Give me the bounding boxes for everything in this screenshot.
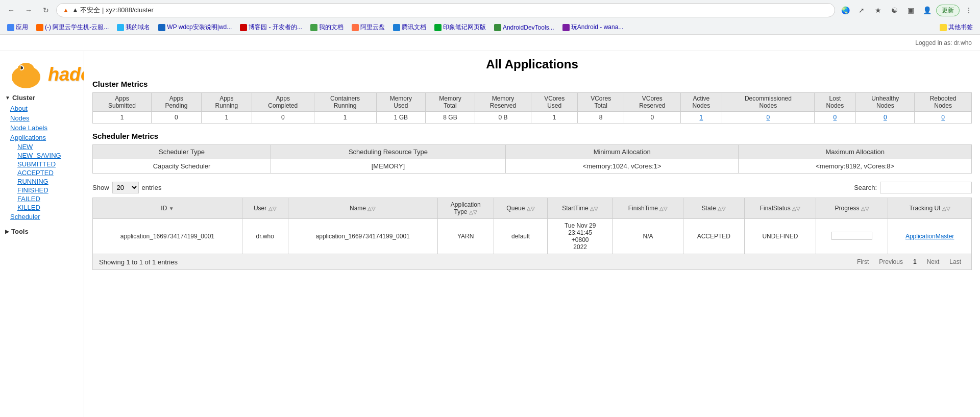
sidebar-item-accepted[interactable]: ACCEPTED <box>15 168 84 177</box>
col-apps-running: AppsRunning <box>201 93 252 112</box>
page-prev-btn[interactable]: Previous <box>875 257 907 266</box>
val-vcores-reserved: 0 <box>624 112 680 124</box>
toolbar-actions: 🌏 ➚ ★ ☯ ▣ 👤 更新 ⋮ <box>838 3 976 17</box>
col-rebooted-nodes: RebootedNodes <box>915 93 972 112</box>
sort-state-icon: △▽ <box>718 206 726 211</box>
val-lost-nodes[interactable]: 0 <box>814 112 856 124</box>
sidebar-item-applications[interactable]: Applications <box>0 133 84 142</box>
val-unhealthy-nodes[interactable]: 0 <box>856 112 915 124</box>
bookmark-tencent[interactable]: 腾讯文档 <box>390 22 429 33</box>
bookmark-domain[interactable]: 我的域名 <box>114 22 153 33</box>
translate-button[interactable]: 🌏 <box>838 3 852 17</box>
sidebar-item-new-saving[interactable]: NEW_SAVING <box>15 151 84 160</box>
sort-progress-icon: △▽ <box>861 206 869 211</box>
sidebar-item-scheduler[interactable]: Scheduler <box>0 212 84 222</box>
sidebar-item-nodes[interactable]: Nodes <box>0 113 84 123</box>
search-input[interactable] <box>880 182 972 193</box>
app-col-state[interactable]: State △▽ <box>683 198 744 219</box>
col-unhealthy-nodes: UnhealthyNodes <box>856 93 915 112</box>
sidebar-tools-title[interactable]: ▶ Tools <box>0 226 84 237</box>
lost-nodes-link[interactable]: 0 <box>834 114 837 121</box>
app-tracking[interactable]: ApplicationMaster <box>888 219 972 254</box>
hadoop-logo-text: hadoop <box>48 64 84 85</box>
table-footer: Showing 1 to 1 of 1 entries First Previo… <box>92 254 972 270</box>
bookmark-alipan[interactable]: 阿里云盘 <box>349 22 388 33</box>
app-col-id[interactable]: ID ▼ <box>93 198 242 219</box>
app-col-user[interactable]: User △▽ <box>242 198 288 219</box>
page-next-btn[interactable]: Next <box>923 257 944 266</box>
sort-finish-icon: △▽ <box>659 206 668 211</box>
rebooted-nodes-link[interactable]: 0 <box>941 114 945 121</box>
bookmark-button[interactable]: ★ <box>871 3 885 17</box>
col-lost-nodes: LostNodes <box>814 93 856 112</box>
val-active-nodes[interactable]: 1 <box>680 112 722 124</box>
app-name: application_1669734174199_0001 <box>288 219 437 254</box>
col-memory-used: MemoryUsed <box>376 93 426 112</box>
reload-button[interactable]: ↻ <box>39 3 53 17</box>
bookmark-android-wan[interactable]: 玩Android - wana... <box>559 22 627 33</box>
val-rebooted-nodes[interactable]: 0 <box>915 112 972 124</box>
val-memory-used: 1 GB <box>376 112 426 124</box>
bookmark-android-tools[interactable]: AndroidDevTools... <box>491 23 557 32</box>
decommissioned-nodes-link[interactable]: 0 <box>767 114 770 121</box>
menu-button[interactable]: ⋮ <box>962 3 976 17</box>
logo-area: hadoop <box>0 55 84 92</box>
browser-chrome: ← → ↻ ▲ ▲ 不安全 | xyz:8088/cluster 🌏 ➚ ★ ☯… <box>0 0 980 35</box>
applications-table: ID ▼ User △▽ Name △▽ ApplicationType △▽ … <box>92 198 972 254</box>
sch-val-min: <memory:1024, vCores:1> <box>505 159 739 174</box>
update-button[interactable]: 更新 <box>936 5 960 16</box>
bookmark-wdcp[interactable]: WP wdcp安装说明|wd... <box>155 22 235 33</box>
app-progress <box>816 219 888 254</box>
page-last-btn[interactable]: Last <box>945 257 965 266</box>
bookmark-aliyun[interactable]: (-) 阿里云学生机-云服... <box>33 22 112 33</box>
sidebar-item-failed[interactable]: FAILED <box>15 194 84 203</box>
page-1-btn[interactable]: 1 <box>909 257 921 266</box>
sidebar-item-running[interactable]: RUNNING <box>15 177 84 186</box>
cluster-label: Cluster <box>12 94 35 102</box>
sidebar-item-finished[interactable]: FINISHED <box>15 186 84 194</box>
share-button[interactable]: ➚ <box>854 3 869 17</box>
app-col-name[interactable]: Name △▽ <box>288 198 437 219</box>
progress-bar <box>831 232 872 240</box>
page-container: Logged in as: dr.who <box>0 35 980 417</box>
sch-col-max: Maximum Allocation <box>739 145 972 159</box>
bookmark-apps[interactable]: 应用 <box>4 22 31 33</box>
app-col-type[interactable]: ApplicationType △▽ <box>437 198 494 219</box>
profile-button[interactable]: 👤 <box>920 3 934 17</box>
sidebar-item-nodelabels[interactable]: Node Labels <box>0 123 84 133</box>
address-bar[interactable]: ▲ ▲ 不安全 | xyz:8088/cluster <box>56 3 835 17</box>
active-nodes-link[interactable]: 1 <box>700 114 703 121</box>
content-area: All Applications Cluster Metrics AppsSub… <box>84 51 980 417</box>
cluster-arrow-icon: ▼ <box>5 95 10 101</box>
sidebar-item-killed[interactable]: KILLED <box>15 203 84 212</box>
bookmark-evernote[interactable]: 印象笔记网页版 <box>431 22 489 33</box>
unhealthy-nodes-link[interactable]: 0 <box>884 114 887 121</box>
showing-text: Showing 1 to 1 of 1 entries <box>99 258 178 266</box>
app-col-queue[interactable]: Queue △▽ <box>494 198 547 219</box>
sidebar-app-sub: NEW NEW_SAVING SUBMITTED ACCEPTED RUNNIN… <box>0 142 84 212</box>
bookmark-docs[interactable]: 我的文档 <box>307 22 347 33</box>
sidebar-item-new[interactable]: NEW <box>15 142 84 151</box>
app-col-progress[interactable]: Progress △▽ <box>816 198 888 219</box>
bookmark-others[interactable]: 其他书签 <box>937 22 976 33</box>
val-apps-submitted: 1 <box>93 112 152 124</box>
window-button[interactable]: ▣ <box>903 3 918 17</box>
entries-select[interactable]: 10 20 25 50 100 <box>112 182 139 193</box>
val-decommissioned-nodes[interactable]: 0 <box>722 112 814 124</box>
forward-button[interactable]: → <box>21 3 36 17</box>
back-button[interactable]: ← <box>4 3 18 17</box>
app-col-finishtime[interactable]: FinishTime △▽ <box>613 198 683 219</box>
sidebar-item-submitted[interactable]: SUBMITTED <box>15 160 84 168</box>
app-col-finalstatus[interactable]: FinalStatus △▽ <box>744 198 816 219</box>
sidebar-item-about[interactable]: About <box>0 104 84 113</box>
sidebar-tools-section: ▶ Tools <box>0 226 84 237</box>
browser-toolbar: ← → ↻ ▲ ▲ 不安全 | xyz:8088/cluster 🌏 ➚ ★ ☯… <box>0 0 980 20</box>
col-apps-pending: AppsPending <box>151 93 201 112</box>
bookmark-csdn[interactable]: 博客园 - 开发者的... <box>237 22 305 33</box>
sidebar-cluster-title[interactable]: ▼ Cluster <box>0 92 84 104</box>
app-col-starttime[interactable]: StartTime △▽ <box>548 198 613 219</box>
app-col-tracking[interactable]: Tracking UI △▽ <box>888 198 972 219</box>
tracking-ui-link[interactable]: ApplicationMaster <box>905 233 954 240</box>
extension-button[interactable]: ☯ <box>887 3 901 17</box>
page-first-btn[interactable]: First <box>853 257 873 266</box>
